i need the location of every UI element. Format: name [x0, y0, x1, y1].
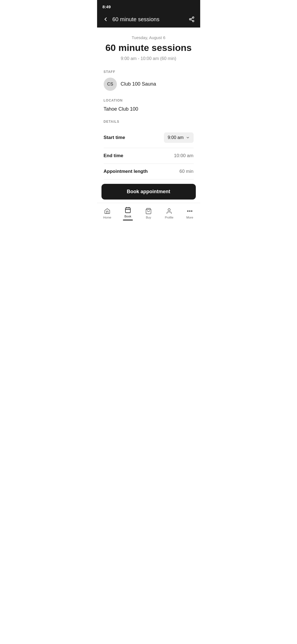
session-time-range: 9:00 am - 10:00 am (60 min)	[104, 56, 194, 61]
back-button[interactable]	[101, 15, 110, 23]
start-time-dropdown[interactable]: 9:00 am	[164, 132, 194, 143]
status-bar: 8:49	[97, 0, 200, 12]
svg-rect-5	[125, 208, 130, 213]
nav-item-buy[interactable]: Buy	[138, 206, 159, 220]
nav-item-book-label: Book	[124, 215, 131, 218]
location-name: Tahoe Club 100	[104, 106, 194, 112]
svg-line-4	[191, 18, 192, 19]
appointment-length-value: 60 min	[179, 169, 193, 174]
book-icon	[124, 206, 131, 214]
svg-point-13	[191, 211, 192, 212]
svg-line-3	[191, 20, 192, 21]
location-section-label: LOCATION	[104, 99, 194, 102]
staff-section-label: STAFF	[104, 70, 194, 74]
nav-item-more-label: More	[186, 216, 193, 219]
session-title: 60 minute sessions	[104, 42, 194, 53]
buy-icon	[145, 208, 152, 215]
nav-bar: 60 minute sessions	[97, 12, 200, 28]
nav-item-buy-label: Buy	[146, 216, 151, 219]
svg-point-10	[168, 209, 170, 211]
nav-item-profile-label: Profile	[165, 216, 173, 219]
status-time: 8:49	[103, 4, 111, 9]
nav-item-book[interactable]: Book	[118, 205, 138, 222]
staff-section: STAFF CS Club 100 Sauna	[104, 70, 194, 91]
bottom-nav: Home Book Buy	[97, 203, 200, 226]
end-time-row: End time 10:00 am	[104, 148, 194, 164]
share-button[interactable]	[188, 15, 196, 23]
book-button-container: Book appointment	[97, 179, 200, 203]
start-time-row: Start time 9:00 am	[104, 127, 194, 148]
end-time-value: 10:00 am	[174, 153, 194, 159]
location-section: LOCATION Tahoe Club 100	[104, 99, 194, 112]
staff-avatar: CS	[104, 78, 117, 91]
profile-icon	[166, 208, 173, 215]
chevron-down-icon	[186, 136, 190, 140]
details-section-label: DETAILS	[104, 120, 194, 124]
svg-point-12	[189, 211, 190, 212]
start-time-value: 9:00 am	[168, 135, 184, 140]
start-time-label: Start time	[104, 135, 125, 140]
svg-point-11	[188, 211, 188, 212]
nav-item-home-label: Home	[103, 216, 111, 219]
end-time-label: End time	[104, 153, 123, 159]
home-icon	[104, 208, 111, 215]
details-section: DETAILS Start time 9:00 am End time 10:0…	[104, 120, 194, 179]
session-date: Tuesday, August 6	[104, 35, 194, 40]
main-content: Tuesday, August 6 60 minute sessions 9:0…	[97, 28, 200, 179]
more-icon	[186, 208, 193, 215]
nav-left: 60 minute sessions	[101, 15, 160, 23]
nav-active-indicator	[123, 220, 133, 220]
nav-item-more[interactable]: More	[180, 206, 200, 220]
book-appointment-button[interactable]: Book appointment	[101, 184, 196, 200]
staff-row: CS Club 100 Sauna	[104, 78, 194, 91]
appointment-length-row: Appointment length 60 min	[104, 164, 194, 179]
nav-title: 60 minute sessions	[112, 16, 160, 23]
nav-item-profile[interactable]: Profile	[159, 206, 180, 220]
nav-item-home[interactable]: Home	[97, 206, 118, 220]
appointment-length-label: Appointment length	[104, 169, 148, 174]
staff-name: Club 100 Sauna	[121, 81, 156, 87]
